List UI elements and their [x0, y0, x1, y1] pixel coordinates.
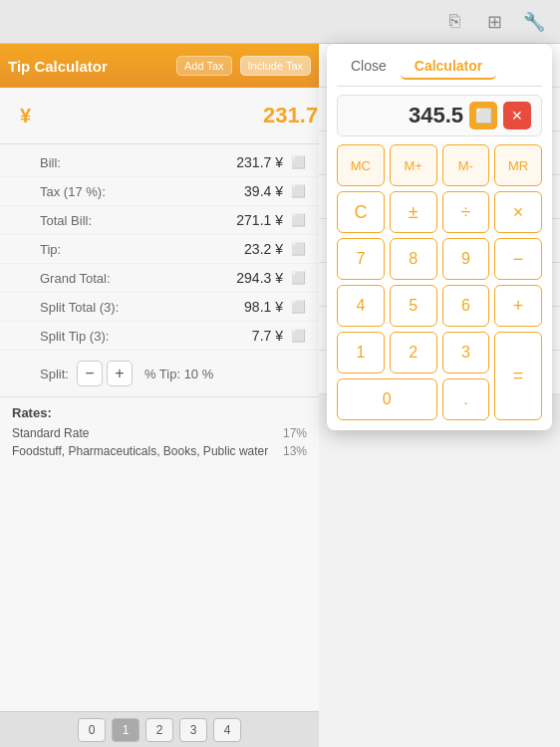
bill-value: 231.7 ¥: [140, 154, 283, 170]
key-equals[interactable]: =: [494, 332, 542, 420]
key-divide[interactable]: ÷: [442, 191, 490, 233]
split-total-label: Split Total (3):: [40, 300, 140, 315]
top-toolbar: ⎘ ⊞ 🔧: [0, 0, 560, 44]
key-2[interactable]: 2: [390, 332, 437, 374]
copy-tax-icon[interactable]: ⬜: [289, 182, 307, 200]
key-clear[interactable]: C: [337, 191, 385, 233]
copy-grand-total-icon[interactable]: ⬜: [289, 269, 307, 287]
key-8[interactable]: 8: [390, 238, 437, 280]
key-mplus[interactable]: M+: [390, 144, 437, 186]
key-9[interactable]: 9: [442, 238, 490, 280]
rate-row-standard: Standard Rate 17%: [12, 426, 307, 440]
key-multiply[interactable]: ×: [494, 191, 542, 233]
key-7[interactable]: 7: [337, 238, 385, 280]
split-total-row: Split Total (3): 98.1 ¥ ⬜: [0, 293, 319, 322]
split-label: Split:: [40, 367, 69, 381]
tab-close[interactable]: Close: [337, 54, 401, 80]
split-total-value: 98.1 ¥: [140, 299, 283, 315]
calc-display: 345.5 ⬜ ✕: [337, 95, 542, 136]
include-tax-button[interactable]: Include Tax: [240, 56, 311, 76]
copy-bill-icon[interactable]: ⬜: [289, 153, 307, 171]
split-tip-row: Split Tip (3): 7.7 ¥ ⬜: [0, 322, 319, 351]
calc-clear-icon[interactable]: ✕: [503, 102, 531, 129]
split-tip-value: 7.7 ¥: [140, 328, 283, 344]
key-0[interactable]: 0: [337, 378, 437, 420]
tip-label: Tip:: [40, 242, 140, 257]
grand-total-value: 294.3 ¥: [140, 270, 283, 286]
copy-split-tip-icon[interactable]: ⬜: [289, 327, 307, 345]
rate-label-reduced: Foodstuff, Pharmaceuticals, Books, Publi…: [12, 444, 268, 458]
copy-split-total-icon[interactable]: ⬜: [289, 298, 307, 316]
key-mminus[interactable]: M-: [442, 144, 490, 186]
key-decimal[interactable]: .: [442, 378, 490, 420]
split-minus-button[interactable]: −: [77, 361, 103, 386]
split-tip-label: Split Tip (3):: [40, 329, 140, 344]
calc-paste-icon[interactable]: ⬜: [469, 102, 497, 129]
rates-title: Rates:: [12, 405, 307, 420]
rate-value-reduced: 13%: [283, 444, 307, 458]
calculator-icon[interactable]: ⊞: [480, 8, 508, 36]
rates-section: Rates: Standard Rate 17% Foodstuff, Phar…: [0, 396, 319, 466]
copy-tip-icon[interactable]: ⬜: [289, 240, 307, 258]
calculator-card: Close Calculator 345.5 ⬜ ✕ MC M+ M- MR C…: [327, 44, 552, 430]
calc-tabs: Close Calculator: [337, 54, 542, 87]
key-plusminus[interactable]: ±: [390, 191, 437, 233]
tip-value: 23.2 ¥: [140, 241, 283, 257]
key-6[interactable]: 6: [442, 285, 490, 327]
copy-icon[interactable]: ⎘: [440, 8, 468, 36]
grand-total-label: Grand Total:: [40, 271, 140, 286]
pagination: 0 1 2 3 4: [0, 711, 319, 747]
split-controls: − +: [77, 361, 133, 386]
page-btn-4[interactable]: 4: [213, 718, 241, 742]
tab-calculator[interactable]: Calculator: [401, 54, 496, 80]
key-1[interactable]: 1: [337, 332, 385, 374]
grand-total-row: Grand Total: 294.3 ¥ ⬜: [0, 264, 319, 293]
key-3[interactable]: 3: [442, 332, 490, 374]
bill-row: Bill: 231.7 ¥ ⬜: [0, 148, 319, 177]
rate-label-standard: Standard Rate: [12, 426, 89, 440]
key-5[interactable]: 5: [390, 285, 437, 327]
page-btn-2[interactable]: 2: [145, 718, 173, 742]
right-panel: 🇰🇵 North Korea 🇰🇷 South Korea 10% VAT 🇹🇼…: [319, 44, 560, 747]
amount-row: 🇨🇳 ¥: [0, 88, 319, 144]
copy-total-bill-icon[interactable]: ⬜: [289, 211, 307, 229]
left-panel: Tip Calculator Add Tax Include Tax 🇨🇳 ¥ …: [0, 44, 319, 747]
tax-row: Tax (17 %): 39.4 ¥ ⬜: [0, 177, 319, 206]
split-row: Split: − + % Tip: 10 %: [0, 355, 319, 392]
calc-keypad: MC M+ M- MR C ± ÷ × 7 8 9 − 4 5 6 + 1 2 …: [337, 144, 542, 420]
rate-row-reduced: Foodstuff, Pharmaceuticals, Books, Publi…: [12, 444, 307, 458]
calc-display-value: 345.5: [348, 103, 463, 128]
header-bar: Tip Calculator Add Tax Include Tax: [0, 44, 319, 88]
key-plus[interactable]: +: [494, 285, 542, 327]
key-mc[interactable]: MC: [337, 144, 385, 186]
total-bill-row: Total Bill: 271.1 ¥ ⬜: [0, 206, 319, 235]
page-btn-0[interactable]: 0: [78, 718, 106, 742]
key-minus[interactable]: −: [494, 238, 542, 280]
tip-row: Tip: 23.2 ¥ ⬜: [0, 235, 319, 264]
wrench-icon[interactable]: 🔧: [520, 8, 548, 36]
split-plus-button[interactable]: +: [107, 361, 133, 386]
page-btn-3[interactable]: 3: [179, 718, 207, 742]
key-mr[interactable]: MR: [494, 144, 542, 186]
app-title: Tip Calculator: [8, 58, 168, 75]
tip-percent-text: % Tip: 10 %: [144, 367, 213, 381]
key-4[interactable]: 4: [337, 285, 385, 327]
currency-symbol: ¥: [20, 105, 31, 127]
tax-label: Tax (17 %):: [40, 184, 140, 199]
total-bill-label: Total Bill:: [40, 213, 140, 228]
rate-value-standard: 17%: [283, 426, 307, 440]
tax-value: 39.4 ¥: [140, 183, 283, 199]
page-btn-1[interactable]: 1: [112, 718, 140, 742]
add-tax-button[interactable]: Add Tax: [176, 56, 232, 76]
amount-input[interactable]: [35, 103, 318, 128]
bill-rows: Bill: 231.7 ¥ ⬜ Tax (17 %): 39.4 ¥ ⬜ Tot…: [0, 144, 319, 355]
total-bill-value: 271.1 ¥: [140, 212, 283, 228]
bill-label: Bill:: [40, 155, 140, 170]
